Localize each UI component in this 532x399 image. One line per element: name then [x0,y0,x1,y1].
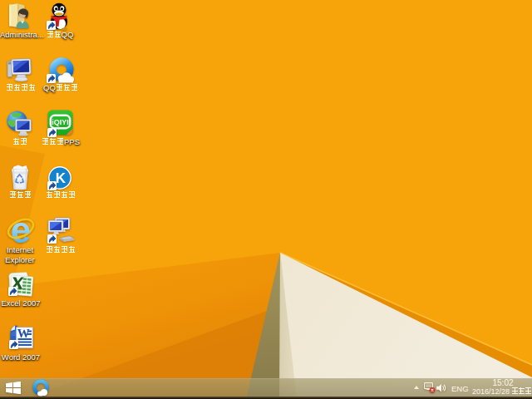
svg-text:iQIYI: iQIYI [52,118,69,126]
svg-text:K: K [56,170,66,186]
svg-text:W: W [17,327,30,340]
svg-text:e: e [11,215,31,245]
